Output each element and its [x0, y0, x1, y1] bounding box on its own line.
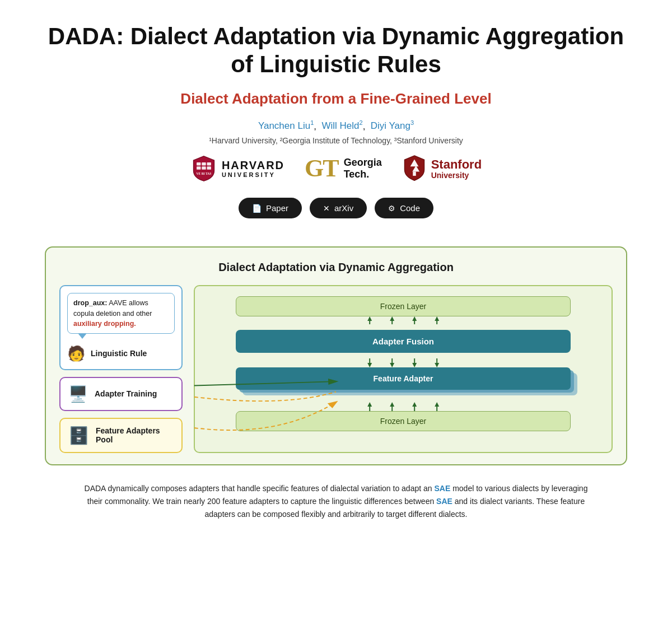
buttons-row: 📄 Paper ✕ arXiv ⚙ Code	[45, 198, 627, 218]
svg-marker-24	[435, 363, 439, 367]
adapter-training-box: 🖥️ Adapter Training	[59, 377, 183, 411]
adapter-training-label: Adapter Training	[95, 389, 157, 398]
authors-line: Yanchen Liu1, Will Held2, Diyi Yang3	[45, 120, 627, 132]
logos-row: VE RI TAS HARVARDUNIVERSITY GT GeorgiaTe…	[45, 155, 627, 182]
speech-bubble-text: drop_aux: AAVE allows copula deletion an…	[73, 299, 152, 327]
svg-rect-2	[207, 162, 211, 166]
linguistic-rule-label: 🧑 Linguistic Rule	[67, 345, 175, 362]
gt-t-letter: T	[323, 156, 339, 181]
page-title: DADA: Dialect Adaptation via Dynamic Agg…	[45, 22, 627, 79]
svg-rect-8	[413, 172, 416, 176]
page-subtitle: Dialect Adaptation from a Fine-Grained L…	[45, 90, 627, 108]
feature-adapter-stack: Feature Adapter	[236, 367, 571, 397]
author-1[interactable]: Yanchen Liu1	[258, 120, 314, 131]
github-icon: ⚙	[388, 204, 395, 213]
gt-emblem: GT	[305, 156, 339, 181]
linguistic-rule-box: drop_aux: AAVE allows copula deletion an…	[59, 285, 183, 370]
gt-g-letter: G	[305, 156, 324, 181]
svg-marker-10	[367, 316, 372, 321]
feature-adapter-front: Feature Adapter	[236, 367, 571, 390]
code-button[interactable]: ⚙ Code	[375, 198, 433, 218]
harvard-logo: VE RI TAS HARVARDUNIVERSITY	[190, 155, 284, 182]
gt-logo: GT GeorgiaTech.	[305, 156, 382, 181]
database-icon: 🗄️	[68, 426, 89, 445]
diagram-title: Dialect Adaptation via Dynamic Aggregati…	[59, 261, 613, 274]
feature-adapters-label: Feature Adapters Pool	[96, 426, 174, 444]
svg-marker-18	[367, 363, 372, 367]
svg-rect-5	[207, 167, 211, 170]
description: DADA dynamically composes adapters that …	[84, 482, 588, 521]
author-2[interactable]: Will Held2	[321, 120, 362, 131]
svg-rect-1	[202, 162, 206, 166]
frozen-layer-top: Frozen Layer	[236, 296, 571, 316]
harvard-shield-icon: VE RI TAS	[190, 155, 217, 182]
arxiv-icon: ✕	[323, 204, 330, 213]
svg-rect-0	[197, 162, 200, 166]
right-panel: Frozen Layer Adapter Fusion	[194, 285, 613, 453]
svg-marker-28	[390, 402, 394, 407]
feature-adapters-pool-box: 🗄️ Feature Adapters Pool	[59, 418, 183, 453]
adapter-fusion-box: Adapter Fusion	[236, 330, 571, 353]
arxiv-button[interactable]: ✕ arXiv	[310, 198, 367, 218]
stanford-name: StanfordUniversity	[431, 158, 482, 180]
desc-text-1: DADA dynamically composes adapters that …	[85, 484, 435, 493]
diagram-body: drop_aux: AAVE allows copula deletion an…	[59, 285, 613, 453]
left-panel: drop_aux: AAVE allows copula deletion an…	[59, 285, 183, 453]
svg-marker-16	[435, 316, 439, 321]
svg-marker-32	[435, 402, 439, 407]
arxiv-label: arXiv	[334, 203, 353, 213]
paper-icon: 📄	[252, 204, 262, 213]
stanford-logo: StanfordUniversity	[402, 155, 482, 182]
svg-marker-12	[390, 316, 394, 321]
author-3[interactable]: Diyi Yang3	[371, 120, 414, 131]
svg-marker-20	[390, 363, 394, 367]
diagram-container: Dialect Adaptation via Dynamic Aggregati…	[45, 246, 627, 465]
paper-button[interactable]: 📄 Paper	[239, 198, 302, 218]
svg-marker-14	[412, 316, 417, 321]
svg-marker-30	[412, 402, 417, 407]
speech-bubble: drop_aux: AAVE allows copula deletion an…	[67, 293, 175, 333]
gt-text: GeorgiaTech.	[344, 157, 382, 181]
harvard-name: HARVARDUNIVERSITY	[222, 159, 284, 178]
svg-marker-22	[412, 363, 417, 367]
frozen-layer-bottom: Frozen Layer	[236, 411, 571, 431]
svg-rect-3	[197, 167, 200, 170]
sae-link-2[interactable]: SAE	[436, 497, 452, 506]
svg-rect-4	[202, 167, 206, 170]
adapter-training-icon: 🖥️	[68, 385, 88, 403]
svg-text:VE RI TAS: VE RI TAS	[196, 172, 211, 176]
sae-link-1[interactable]: SAE	[434, 484, 450, 493]
svg-marker-26	[367, 402, 372, 407]
person-icon: 🧑	[67, 345, 85, 362]
code-label: Code	[400, 203, 420, 213]
stanford-tree-icon	[402, 155, 427, 182]
paper-label: Paper	[266, 203, 288, 213]
affiliations: ¹Harvard University, ²Georgia Institute …	[45, 136, 627, 145]
